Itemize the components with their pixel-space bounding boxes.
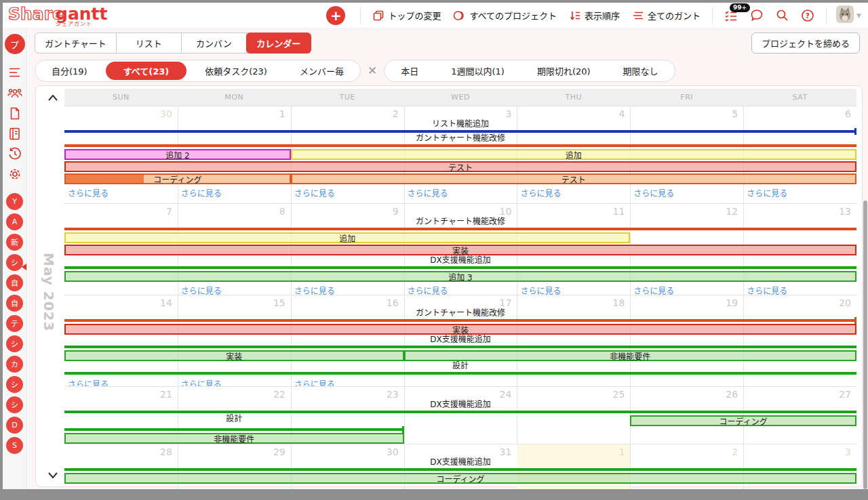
- task-line[interactable]: [64, 468, 856, 471]
- user-menu[interactable]: ▼: [836, 5, 861, 26]
- see-more-row: さらに見るさらに見るさらに見るさらに見るさらに見るさらに見る: [64, 284, 856, 294]
- search-button[interactable]: [776, 9, 789, 22]
- scrollbar-thumb[interactable]: [863, 201, 867, 489]
- see-more-link[interactable]: さらに見る: [520, 189, 561, 199]
- sidebar-member-avatar[interactable]: 新: [6, 234, 23, 251]
- see-more-row: さらに見るさらに見るさらに見る: [64, 377, 856, 386]
- chat-button[interactable]: [750, 9, 764, 22]
- task-bar[interactable]: 追加: [64, 232, 630, 243]
- sidebar-member-avatar[interactable]: Y: [6, 193, 23, 210]
- see-more-link[interactable]: さらに見る: [408, 189, 448, 199]
- see-more-link[interactable]: さらに見る: [294, 189, 335, 199]
- filter-by-member[interactable]: メンバー毎: [283, 60, 360, 81]
- task-bar[interactable]: 追加 2: [64, 149, 291, 160]
- task-bar[interactable]: 実装: [64, 350, 404, 361]
- filter-requested-tasks[interactable]: 依頼タスク(23): [189, 60, 283, 81]
- sidebar-member-avatar[interactable]: 自: [6, 295, 23, 312]
- members-icon[interactable]: [5, 83, 25, 103]
- see-more-link[interactable]: さらに見る: [633, 189, 674, 199]
- sidebar-member-avatar[interactable]: 自: [6, 274, 23, 291]
- task-line[interactable]: [64, 372, 856, 375]
- close-project-button[interactable]: プロジェクトを締める: [751, 33, 860, 54]
- sidebar-member-avatar[interactable]: シ: [6, 376, 23, 393]
- sidebar-member-avatar[interactable]: S: [6, 437, 23, 454]
- task-line[interactable]: [64, 144, 856, 147]
- task-bar[interactable]: 追加 3: [64, 271, 856, 282]
- task-bar[interactable]: テスト: [64, 161, 856, 172]
- clear-filter-icon[interactable]: ✕: [368, 64, 377, 77]
- tab-calendar[interactable]: カレンダー: [246, 33, 311, 54]
- settings-icon[interactable]: [5, 164, 25, 184]
- see-more-link[interactable]: さらに見る: [747, 189, 787, 199]
- sidebar-member-avatar[interactable]: シ: [6, 396, 23, 413]
- nav-top-change[interactable]: トップの変更: [372, 9, 441, 22]
- task-bar[interactable]: 実装: [64, 245, 856, 255]
- date-number: 19: [630, 297, 743, 309]
- see-more-link[interactable]: さらに見る: [181, 380, 222, 386]
- task-bar[interactable]: 追加: [291, 149, 856, 160]
- task-line[interactable]: [64, 411, 856, 413]
- calendar-weeks: 30123456リスト機能追加ガントチャート機能改修追加 2追加テストコーディン…: [64, 106, 856, 489]
- nav-all-projects[interactable]: すべてのプロジェクト: [453, 9, 557, 22]
- sidebar-collapse-marker[interactable]: [22, 264, 26, 270]
- see-more-link[interactable]: さらに見る: [294, 287, 335, 295]
- see-more-cell: [630, 377, 743, 386]
- filter-today[interactable]: 本日: [384, 60, 435, 81]
- help-button[interactable]: ?: [801, 9, 814, 22]
- tab-list[interactable]: リスト: [117, 33, 182, 53]
- sharegantt-logo[interactable]: Share gantt シェアガント: [8, 4, 111, 27]
- menu-icon[interactable]: [5, 62, 25, 83]
- scroll-down-button[interactable]: [45, 469, 60, 481]
- see-more-link[interactable]: さらに見る: [294, 380, 335, 386]
- nav-display-order[interactable]: 表示順序: [569, 9, 620, 22]
- see-more-link[interactable]: さらに見る: [68, 189, 108, 199]
- sidebar-member-avatar[interactable]: A: [6, 213, 23, 230]
- task-line[interactable]: [64, 266, 856, 269]
- see-more-link[interactable]: さらに見る: [633, 287, 674, 295]
- see-more-link[interactable]: さらに見る: [520, 287, 561, 295]
- task-bar[interactable]: 実装: [64, 324, 856, 335]
- task-bar[interactable]: コーディング: [630, 415, 856, 426]
- filter-all[interactable]: すべて(23): [106, 62, 187, 80]
- nav-all-gantt[interactable]: 全てのガント: [632, 9, 701, 22]
- task-bar-row: 実装非機能要件: [64, 350, 856, 362]
- task-bar[interactable]: コーディング: [64, 173, 291, 184]
- tasks-button[interactable]: 99+: [724, 9, 738, 22]
- date-number: 17: [404, 297, 517, 309]
- sidebar-project-avatar[interactable]: プ: [5, 34, 25, 54]
- sidebar-member-avatar[interactable]: カ: [6, 356, 23, 373]
- task-bar[interactable]: 非機能要件: [404, 350, 856, 361]
- sidebar-member-avatar[interactable]: シ: [6, 335, 23, 352]
- task-bar[interactable]: 非機能要件: [64, 433, 404, 444]
- see-more-link[interactable]: さらに見る: [181, 189, 222, 199]
- see-more-link[interactable]: さらに見る: [408, 287, 448, 295]
- document-icon[interactable]: [5, 103, 25, 123]
- history-icon[interactable]: [5, 144, 25, 164]
- notebook-icon[interactable]: [5, 123, 25, 144]
- scroll-up-button[interactable]: [45, 91, 60, 104]
- tab-gantt-chart[interactable]: ガントチャート: [35, 33, 117, 53]
- task-bar[interactable]: テスト: [291, 173, 856, 184]
- task-line[interactable]: [64, 346, 856, 348]
- task-line[interactable]: [64, 319, 856, 322]
- filter-no-due[interactable]: 期限なし: [607, 60, 675, 81]
- task-bar-row: 追加 2追加: [64, 148, 856, 161]
- tab-kanban[interactable]: カンバン: [182, 33, 247, 53]
- sidebar-member-avatar[interactable]: シ: [6, 254, 23, 271]
- filter-overdue[interactable]: 期限切れ(20): [521, 60, 607, 81]
- filter-mine[interactable]: 自分(19): [35, 60, 104, 81]
- sidebar-member-avatar[interactable]: D: [6, 417, 23, 434]
- task-bar[interactable]: コーディング: [64, 473, 856, 484]
- filter-within-week[interactable]: 1週間以内(1): [435, 60, 521, 81]
- task-line[interactable]: [64, 228, 856, 230]
- see-more-link[interactable]: さらに見る: [181, 287, 222, 295]
- see-more-link[interactable]: さらに見る: [68, 380, 108, 386]
- date-number: 21: [64, 389, 178, 400]
- add-button[interactable]: +: [326, 6, 345, 25]
- date-number: 13: [743, 206, 856, 217]
- task-line[interactable]: [64, 428, 404, 431]
- see-more-link[interactable]: さらに見る: [747, 287, 787, 295]
- task-bar-row: 設計コーディング: [64, 415, 856, 427]
- sidebar-member-avatar[interactable]: テ: [6, 315, 23, 332]
- task-line[interactable]: [64, 130, 856, 133]
